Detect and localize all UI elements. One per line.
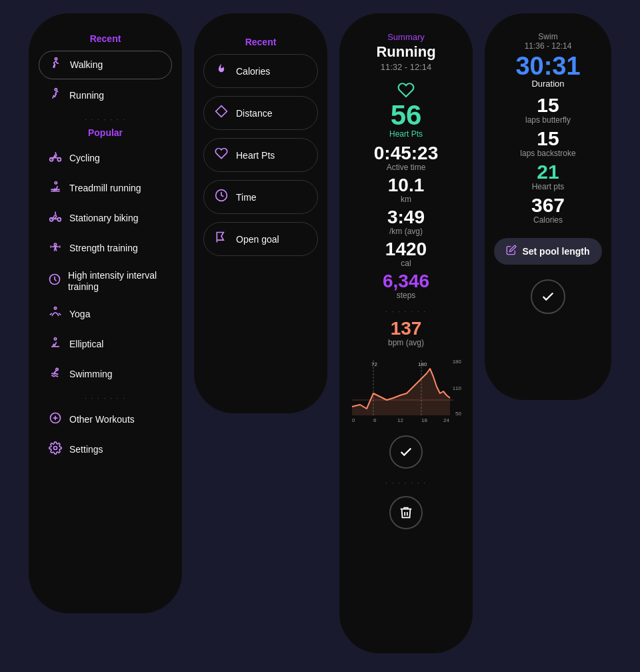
elliptical-label: Elliptical xyxy=(69,339,103,350)
svg-text:12: 12 xyxy=(397,417,403,423)
svg-point-0 xyxy=(55,58,57,60)
hiit-label: High intensity interval training xyxy=(68,270,163,293)
heart-pts-label: Heart Pts xyxy=(236,150,275,161)
swimming-label: Swimming xyxy=(69,369,113,380)
cycling-icon xyxy=(48,150,63,167)
steps-label: steps xyxy=(383,291,429,300)
strength-label: Strength training xyxy=(69,243,138,254)
active-time-value: 0:45:23 xyxy=(374,144,439,163)
workout-item-walking[interactable]: Walking xyxy=(39,51,172,79)
cycling-label: Cycling xyxy=(69,153,100,164)
swim-duration-label: Duration xyxy=(531,79,564,89)
set-pool-label: Set pool length xyxy=(522,246,589,257)
workout-list-panel: Recent Walking Running · · · · · · · Pop… xyxy=(29,13,182,613)
bpm-label: bpm (avg) xyxy=(388,338,424,347)
steps-block: 6,346 steps xyxy=(383,272,429,300)
calories-label: Calories xyxy=(236,66,270,77)
workout-item-treadmill[interactable]: Treadmill running xyxy=(39,175,172,202)
workout-item-cycling[interactable]: Cycling xyxy=(39,145,172,172)
distance-icon xyxy=(215,105,228,121)
svg-text:110: 110 xyxy=(453,385,462,391)
other-workouts-label: Other Workouts xyxy=(69,414,135,425)
bottom-divider-dots: · · · · · · · xyxy=(385,479,427,487)
workout-item-elliptical[interactable]: Elliptical xyxy=(39,331,172,358)
metric-time[interactable]: Time xyxy=(203,180,318,214)
laps-butterfly-label: laps butterfly xyxy=(525,115,571,125)
flag-icon xyxy=(215,231,228,247)
svg-text:24: 24 xyxy=(443,417,449,423)
heart-pts-area: 56 Heart Pts xyxy=(389,81,423,139)
edit-icon xyxy=(506,245,517,258)
running-label: Running xyxy=(69,90,104,101)
workout-item-hiit[interactable]: High intensity interval training xyxy=(39,265,172,298)
svg-point-20 xyxy=(56,368,58,370)
divider-dots-2: · · · · · · · xyxy=(85,395,126,402)
swim-calories-value: 367 xyxy=(531,195,565,215)
divider-dots-1: · · · · · · · xyxy=(85,116,126,123)
svg-point-15 xyxy=(54,307,56,309)
swimming-icon xyxy=(48,366,63,383)
laps-butterfly-block: 15 laps butterfly xyxy=(525,95,571,125)
swim-heart-pts-block: 21 Heart pts xyxy=(532,162,565,191)
metric-distance[interactable]: Distance xyxy=(203,96,318,130)
heart-pts-value: 56 xyxy=(391,101,422,129)
svg-text:50: 50 xyxy=(455,411,461,417)
confirm-button[interactable] xyxy=(389,435,423,469)
swim-activity-label: Swim xyxy=(538,32,557,41)
other-workouts-icon xyxy=(48,411,63,428)
time-label: Time xyxy=(236,192,257,203)
stationary-biking-icon xyxy=(48,210,63,227)
workout-item-running[interactable]: Running xyxy=(39,82,172,109)
svg-text:72: 72 xyxy=(371,361,377,367)
swim-heart-pts-label: Heart pts xyxy=(532,182,565,191)
svg-text:180: 180 xyxy=(453,359,462,365)
settings-icon xyxy=(48,441,63,458)
laps-backstroke-value: 15 xyxy=(520,129,575,149)
delete-button[interactable] xyxy=(389,496,423,529)
recent-section-title: Recent xyxy=(90,33,121,44)
swim-heart-pts-value: 21 xyxy=(532,162,565,182)
metric-heart-pts[interactable]: Heart Pts xyxy=(203,138,318,172)
metric-calories[interactable]: Calories xyxy=(203,54,318,88)
metrics-panel: Recent Calories Distance Heart Pts xyxy=(194,13,327,413)
swim-confirm-button[interactable] xyxy=(531,279,565,314)
active-time-label: Active time xyxy=(374,163,439,172)
stationary-biking-label: Stationary biking xyxy=(69,213,139,224)
laps-butterfly-value: 15 xyxy=(525,95,571,115)
workout-item-swimming[interactable]: Swimming xyxy=(39,361,172,388)
walking-icon xyxy=(49,57,63,73)
svg-point-1 xyxy=(55,89,57,91)
heart-pts-sub: Heart Pts xyxy=(389,129,423,139)
elliptical-icon xyxy=(48,336,63,353)
time-icon xyxy=(215,189,228,205)
svg-point-18 xyxy=(54,337,56,339)
fire-icon xyxy=(215,63,228,79)
distance-unit: km xyxy=(388,195,425,204)
settings-label: Settings xyxy=(69,444,103,455)
svg-text:0: 0 xyxy=(352,417,355,423)
active-time-block: 0:45:23 Active time xyxy=(374,144,439,172)
laps-backstroke-label: laps backstroke xyxy=(520,149,575,158)
workout-item-other[interactable]: Other Workouts xyxy=(39,406,172,433)
summary-label: Summary xyxy=(387,32,425,42)
bpm-value: 137 xyxy=(388,319,424,338)
set-pool-length-button[interactable]: Set pool length xyxy=(494,238,601,265)
yoga-label: Yoga xyxy=(69,309,90,320)
workout-item-yoga[interactable]: Yoga xyxy=(39,301,172,328)
metric-open-goal[interactable]: Open goal xyxy=(203,222,318,256)
swim-duration-value: 30:31 xyxy=(515,53,580,79)
popular-section-title: Popular xyxy=(88,127,123,138)
running-time-range: 11:32 - 12:14 xyxy=(381,62,432,72)
metrics-recent-title: Recent xyxy=(245,37,277,47)
workout-item-strength[interactable]: Strength training xyxy=(39,235,172,262)
workout-item-stationary[interactable]: Stationary biking xyxy=(39,205,172,232)
calories-block: 1420 cal xyxy=(385,240,427,268)
svg-point-24 xyxy=(54,446,57,449)
svg-line-16 xyxy=(50,313,52,315)
yoga-icon xyxy=(48,306,63,323)
workout-item-settings[interactable]: Settings xyxy=(39,436,172,463)
svg-text:18: 18 xyxy=(421,417,427,423)
running-icon xyxy=(48,87,63,104)
swim-calories-block: 367 Calories xyxy=(531,195,565,225)
swim-calories-label: Calories xyxy=(531,215,565,225)
